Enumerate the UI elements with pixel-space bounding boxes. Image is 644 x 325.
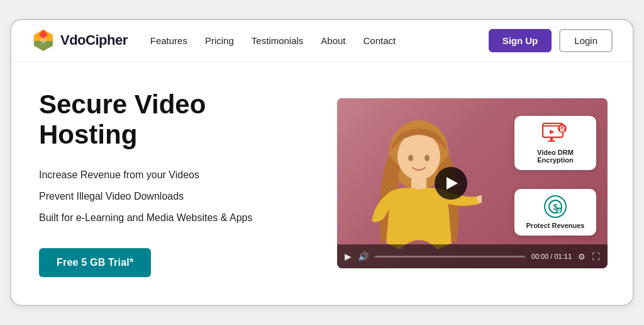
svg-marker-15 — [550, 130, 555, 134]
logo-icon — [31, 28, 55, 52]
progress-bar[interactable] — [375, 256, 525, 258]
left-column: Secure Video Hosting Increase Revenue fr… — [39, 89, 312, 278]
video-controls: ▶ 🔊 00:00 / 01:11 ⚙ ⛶ — [337, 244, 608, 268]
video-player[interactable]: Video DRM Encryption $ Pr — [337, 98, 608, 268]
main-nav: Features Pricing Testimonials About Cont… — [150, 35, 489, 46]
video-volume-icon[interactable]: 🔊 — [358, 251, 369, 261]
revenue-card-label: Protect Revenues — [526, 222, 585, 229]
right-column: Video DRM Encryption $ Pr — [337, 98, 608, 268]
dollar-svg: $ — [548, 200, 562, 214]
brand-name: VdoCipher — [60, 32, 128, 48]
nav-item-testimonials[interactable]: Testimonials — [252, 35, 304, 46]
settings-icon[interactable]: ⚙ — [578, 252, 586, 261]
feature-item-3: Built for e-Learning and Media Websites … — [39, 210, 312, 225]
play-button[interactable] — [435, 167, 467, 200]
drm-card-label: Video DRM Encryption — [523, 149, 587, 164]
revenue-card: $ Protect Revenues — [514, 189, 596, 236]
main-content: Secure Video Hosting Increase Revenue fr… — [11, 62, 633, 305]
svg-rect-13 — [550, 137, 553, 140]
feature-item-1: Increase Revenue from your Videos — [39, 168, 312, 183]
hero-title: Secure Video Hosting — [39, 89, 312, 151]
drm-card: Video DRM Encryption — [514, 116, 596, 170]
nav-item-pricing[interactable]: Pricing — [205, 35, 234, 46]
nav-item-about[interactable]: About — [321, 35, 345, 46]
feature-item-2: Prevent Illegal Video Downloads — [39, 189, 312, 204]
nav-item-features[interactable]: Features — [150, 35, 187, 46]
feature-list: Increase Revenue from your Videos Preven… — [39, 168, 312, 225]
svg-point-4 — [40, 37, 47, 43]
trial-button[interactable]: Free 5 GB Trial* — [39, 248, 151, 277]
drm-icon — [541, 122, 569, 145]
header: VdoCipher Features Pricing Testimonials … — [11, 20, 633, 62]
nav-item-contact[interactable]: Contact — [364, 35, 396, 46]
signup-button[interactable]: Sign Up — [489, 29, 552, 52]
video-play-icon[interactable]: ▶ — [345, 251, 352, 261]
svg-rect-14 — [548, 140, 555, 142]
dollar-icon: $ — [544, 195, 567, 218]
svg-rect-22 — [558, 210, 560, 212]
header-buttons: Sign Up Login — [489, 29, 613, 52]
play-icon — [447, 177, 458, 190]
time-display: 00:00 / 01:11 — [531, 253, 572, 260]
drm-icon-wrap — [541, 122, 569, 145]
fullscreen-icon[interactable]: ⛶ — [592, 252, 600, 261]
main-card: VdoCipher Features Pricing Testimonials … — [10, 19, 634, 307]
svg-point-10 — [425, 155, 430, 161]
login-button[interactable]: Login — [559, 29, 613, 52]
svg-point-18 — [562, 130, 563, 131]
svg-point-6 — [397, 132, 440, 180]
logo-area: VdoCipher — [31, 28, 128, 52]
svg-point-9 — [408, 155, 413, 161]
